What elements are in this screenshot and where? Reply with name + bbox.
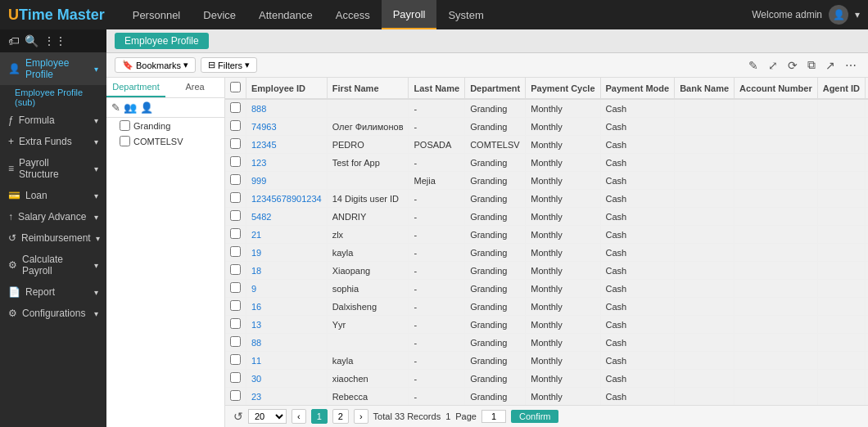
user-avatar[interactable]: 👤 [829, 5, 848, 25]
row-id-12[interactable]: 13 [246, 316, 328, 334]
nav-payroll[interactable]: Payroll [382, 0, 437, 29]
row-id-4[interactable]: 999 [246, 172, 328, 190]
row-select-2[interactable] [230, 138, 241, 149]
tab-area[interactable]: Area [165, 78, 224, 97]
row-select-1[interactable] [230, 120, 241, 131]
next-page-button[interactable]: › [354, 409, 368, 424]
row-id-11[interactable]: 16 [246, 298, 328, 316]
row-id-9[interactable]: 18 [246, 262, 328, 280]
tab-department[interactable]: Department [106, 78, 165, 97]
row-checkbox-10[interactable] [225, 280, 246, 298]
sidebar-item-salary-advance[interactable]: ↑ Salary Advance ▾ [0, 206, 106, 227]
row-checkbox-1[interactable] [225, 118, 246, 136]
row-select-15[interactable] [230, 372, 241, 383]
sidebar-item-configurations[interactable]: ⚙ Configurations ▾ [0, 303, 106, 324]
more-icon-btn[interactable]: ⋯ [842, 56, 860, 74]
sidebar-item-calculate-payroll[interactable]: ⚙ Calculate Payroll ▾ [0, 249, 106, 281]
row-id-6[interactable]: 5482 [246, 208, 328, 226]
row-checkbox-4[interactable] [225, 172, 246, 190]
nav-access[interactable]: Access [324, 0, 382, 29]
page-number-input[interactable] [481, 410, 506, 423]
row-select-4[interactable] [230, 174, 241, 185]
tree-item-granding[interactable]: Granding [106, 118, 224, 133]
row-checkbox-14[interactable] [225, 352, 246, 370]
row-id-7[interactable]: 21 [246, 226, 328, 244]
search-icon[interactable]: 🔍 [25, 34, 38, 47]
panel-group-icon[interactable]: 👥 [124, 101, 137, 114]
columns-icon[interactable]: ⋮⋮ [43, 34, 66, 47]
panel-person-icon[interactable]: 👤 [140, 101, 153, 114]
row-select-16[interactable] [230, 390, 241, 401]
row-id-5[interactable]: 12345678901234 [246, 190, 328, 208]
row-checkbox-16[interactable] [225, 388, 246, 406]
granding-checkbox[interactable] [120, 120, 130, 131]
row-select-7[interactable] [230, 228, 241, 239]
sidebar-item-reimbursement[interactable]: ↺ Reimbursement ▾ [0, 227, 106, 249]
expand-icon-btn[interactable]: ⤢ [765, 56, 781, 74]
row-select-5[interactable] [230, 192, 241, 203]
row-id-1[interactable]: 74963 [246, 118, 328, 136]
sidebar-item-extra-funds[interactable]: + Extra Funds ▾ [0, 131, 106, 152]
row-checkbox-15[interactable] [225, 370, 246, 388]
row-checkbox-13[interactable] [225, 334, 246, 352]
row-id-16[interactable]: 23 [246, 388, 328, 406]
row-select-8[interactable] [230, 246, 241, 257]
page-2-button[interactable]: 2 [332, 409, 349, 424]
row-select-12[interactable] [230, 318, 241, 329]
edit-icon-btn[interactable]: ✎ [745, 56, 762, 74]
row-id-10[interactable]: 9 [246, 280, 328, 298]
comtelsv-checkbox[interactable] [120, 136, 130, 146]
filters-button[interactable]: ⊟ Filters ▾ [201, 57, 257, 73]
tree-item-comtelsv[interactable]: COMTELSV [106, 133, 224, 149]
nav-attendance[interactable]: Attendance [247, 0, 324, 29]
panel-edit-icon[interactable]: ✎ [111, 101, 120, 114]
sidebar-item-employee-profile[interactable]: 👤 Employee Profile ▾ [0, 52, 106, 85]
row-checkbox-9[interactable] [225, 262, 246, 280]
nav-system[interactable]: System [436, 0, 495, 29]
row-checkbox-8[interactable] [225, 244, 246, 262]
tag-icon[interactable]: 🏷 [8, 34, 20, 47]
row-checkbox-7[interactable] [225, 226, 246, 244]
chevron-down-icon[interactable]: ▾ [855, 9, 860, 20]
row-id-3[interactable]: 123 [246, 154, 328, 172]
row-checkbox-2[interactable] [225, 136, 246, 154]
row-select-9[interactable] [230, 264, 241, 275]
row-checkbox-0[interactable] [225, 99, 246, 118]
row-select-6[interactable] [230, 210, 241, 221]
row-select-13[interactable] [230, 336, 241, 347]
page-size-select[interactable]: 10 20 50 100 [248, 409, 287, 424]
sidebar-item-formula[interactable]: ƒ Formula ▾ [0, 110, 106, 131]
row-select-11[interactable] [230, 300, 241, 311]
sidebar-item-payroll-structure[interactable]: ≡ Payroll Structure ▾ [0, 152, 106, 185]
row-select-10[interactable] [230, 282, 241, 293]
row-checkbox-11[interactable] [225, 298, 246, 316]
nav-personnel[interactable]: Personnel [121, 0, 192, 29]
row-id-2[interactable]: 12345 [246, 136, 328, 154]
row-checkbox-3[interactable] [225, 154, 246, 172]
row-id-13[interactable]: 88 [246, 334, 328, 352]
copy-icon-btn[interactable]: ⧉ [804, 56, 819, 74]
refresh-button[interactable]: ↺ [233, 410, 243, 423]
row-checkbox-6[interactable] [225, 208, 246, 226]
sidebar-item-loan[interactable]: 💳 Loan ▾ [0, 185, 106, 206]
sidebar-employee-profile-sub[interactable]: Employee Profile (sub) [0, 85, 106, 110]
row-select-0[interactable] [230, 102, 241, 113]
sidebar-item-report[interactable]: 📄 Report ▾ [0, 281, 106, 303]
employee-profile-tab[interactable]: Employee Profile [115, 33, 209, 49]
share-icon-btn[interactable]: ↗ [822, 56, 839, 74]
prev-page-button[interactable]: ‹ [292, 409, 306, 424]
row-select-3[interactable] [230, 156, 241, 167]
row-checkbox-12[interactable] [225, 316, 246, 334]
history-icon-btn[interactable]: ⟳ [784, 56, 801, 74]
row-select-14[interactable] [230, 354, 241, 365]
row-id-0[interactable]: 888 [246, 99, 328, 118]
nav-device[interactable]: Device [192, 0, 247, 29]
row-id-14[interactable]: 11 [246, 352, 328, 370]
row-id-8[interactable]: 19 [246, 244, 328, 262]
select-all-checkbox[interactable] [230, 82, 241, 92]
bookmarks-button[interactable]: 🔖 Bookmarks ▾ [115, 57, 196, 73]
page-1-button[interactable]: 1 [311, 409, 328, 424]
row-checkbox-5[interactable] [225, 190, 246, 208]
row-id-15[interactable]: 30 [246, 370, 328, 388]
confirm-button[interactable]: Confirm [511, 410, 559, 423]
